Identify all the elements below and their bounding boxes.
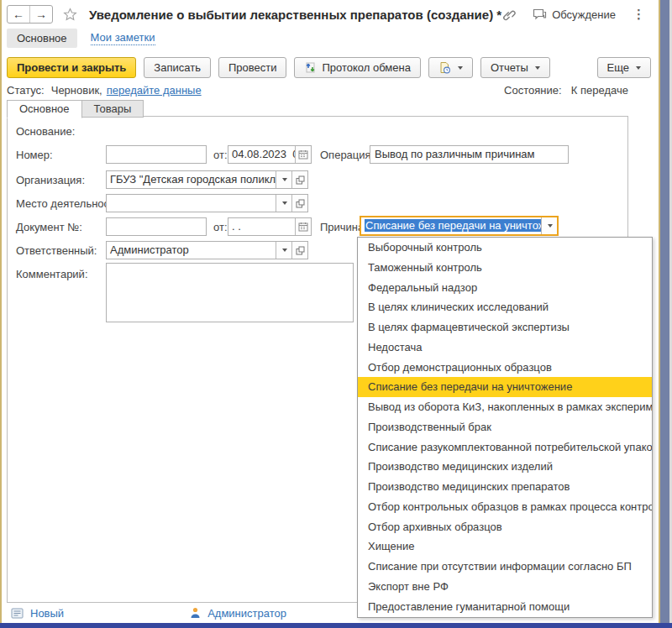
status-row: Статус: Черновик, передайте данные Состо…	[7, 84, 628, 97]
transfer-data-link[interactable]: передайте данные	[107, 84, 202, 97]
open-window-icon	[296, 246, 305, 255]
reason-field: Списание без передачи на уничтожение	[360, 216, 559, 236]
dropdown-option[interactable]: Выборочный контроль	[358, 238, 652, 258]
form-tab-goods[interactable]: Товары	[82, 100, 144, 118]
operation-input[interactable]: Вывод по различным причинам	[370, 145, 569, 164]
dropdown-option[interactable]: Списание без передачи на уничтожение	[358, 377, 652, 397]
date-from-label: от:	[213, 149, 228, 161]
dropdown-option[interactable]: В целях фармацевтической экспертизы	[358, 317, 652, 338]
save-button[interactable]: Записать	[144, 57, 211, 78]
dropdown-option[interactable]: Таможенный контроль	[358, 258, 652, 278]
status-label: Статус:	[7, 84, 45, 97]
dropdown-caret-icon	[636, 66, 641, 70]
status-value: Черновик,	[51, 84, 102, 97]
doc-calendar-button[interactable]	[295, 218, 311, 235]
dropdown-option[interactable]: Списание разукомплектованной потребитель…	[358, 437, 652, 458]
save-label: Записать	[154, 61, 201, 74]
dropdown-option[interactable]: Вывод из оборота КиЗ, накопленных в рамк…	[358, 397, 652, 417]
state-label: Состояние:	[504, 84, 561, 97]
responsible-select-button[interactable]	[276, 242, 291, 259]
user-icon	[190, 607, 201, 619]
organization-input[interactable]: ГБУЗ "Детская городская поликлиника "	[107, 171, 276, 188]
dropdown-option[interactable]: Экспорт вне РФ	[358, 577, 652, 597]
exchange-protocol-button[interactable]: Протокол обмена	[294, 57, 421, 78]
place-open-button[interactable]	[291, 195, 307, 212]
number-label: Номер:	[16, 149, 53, 161]
reason-input[interactable]: Списание без передачи на уничтожение	[361, 217, 541, 234]
history-nav: ← →	[7, 5, 53, 24]
document-number-input[interactable]	[106, 217, 207, 236]
exchange-arrows-icon	[304, 61, 317, 74]
navtab-my-notes[interactable]: Мои заметки	[91, 31, 155, 45]
schedule-doc-button[interactable]	[428, 57, 473, 78]
exchange-protocol-label: Протокол обмена	[322, 61, 411, 74]
place-field	[106, 194, 308, 212]
responsible-open-button[interactable]	[291, 242, 307, 259]
reason-dropdown-list: Выборочный контрольТаможенный контрольФе…	[357, 237, 653, 618]
responsible-label: Ответственный:	[16, 244, 97, 257]
document-number-label: Документ №:	[16, 221, 82, 233]
dropdown-caret-icon	[282, 178, 287, 181]
comment-textarea[interactable]	[106, 263, 354, 322]
state-value: К передаче	[571, 84, 628, 97]
dropdown-option[interactable]: Производство медицинских изделий	[358, 457, 652, 477]
dropdown-caret-icon	[282, 201, 287, 205]
dropdown-option[interactable]: Предоставление гуманитарной помощи	[358, 597, 652, 617]
dropdown-option[interactable]: Производственный брак	[358, 417, 652, 437]
link-icon[interactable]	[501, 8, 516, 22]
dropdown-caret-icon	[548, 224, 553, 228]
footer-user-link[interactable]: Администратор	[190, 607, 286, 620]
navigation-tabs: Основное Мои заметки	[7, 28, 155, 48]
dropdown-caret-icon	[282, 249, 287, 252]
reports-button[interactable]: Отчеты	[480, 57, 550, 78]
post-and-close-label: Провести и закрыть	[17, 61, 126, 74]
post-label: Провести	[228, 61, 277, 74]
doc-date-input[interactable]: . .	[228, 218, 295, 235]
organization-select-button[interactable]	[276, 171, 291, 188]
back-button[interactable]: ←	[8, 6, 29, 23]
dropdown-option[interactable]: Отбор контрольных образцов в рамках проц…	[358, 497, 652, 517]
post-button[interactable]: Провести	[218, 57, 287, 78]
post-and-close-button[interactable]: Провести и закрыть	[7, 57, 136, 78]
favorite-star-icon[interactable]	[63, 8, 77, 22]
dropdown-option[interactable]: Хищение	[358, 536, 652, 557]
dropdown-option[interactable]: Производство медицинских препаратов	[358, 477, 652, 497]
dropdown-option[interactable]: Отбор демонстрационных образцов	[358, 358, 652, 378]
discussion-label: Обсуждение	[552, 8, 616, 21]
more-label: Еще	[607, 61, 629, 74]
responsible-input[interactable]: Администратор	[107, 242, 276, 259]
window-edge-right-bar[interactable]	[660, 0, 669, 623]
comment-label: Комментарий:	[16, 268, 88, 280]
organization-open-button[interactable]	[291, 171, 307, 188]
dropdown-option[interactable]: В целях клинических исследований	[358, 297, 652, 317]
dropdown-option[interactable]: Отбор архивных образцов	[358, 517, 652, 537]
navtab-main[interactable]: Основное	[7, 29, 77, 48]
footer-new-link[interactable]: Новый	[11, 607, 64, 620]
dropdown-caret-icon	[535, 66, 540, 70]
doc-date-field: . .	[228, 217, 312, 236]
responsible-field: Администратор	[106, 241, 308, 259]
place-input[interactable]	[107, 195, 276, 212]
new-document-icon	[11, 608, 24, 619]
open-window-icon	[296, 199, 305, 208]
selected-text: Списание без передачи на уничтожение	[365, 219, 541, 232]
number-input[interactable]	[106, 145, 207, 164]
doc-date-from-label: от:	[213, 221, 228, 233]
footer-user-label: Администратор	[207, 607, 286, 620]
form-tabs: Основное Товары	[7, 100, 144, 118]
dropdown-option[interactable]: Недостача	[358, 338, 652, 358]
forward-button[interactable]: →	[29, 6, 52, 23]
dropdown-option[interactable]: Списание при отсутствии информации согла…	[358, 557, 652, 577]
calendar-icon	[298, 149, 308, 160]
place-select-button[interactable]	[276, 195, 291, 212]
more-button[interactable]: Еще	[597, 57, 651, 78]
reason-select-button[interactable]	[541, 217, 557, 234]
date-input[interactable]: 04.08.2023 0:00:00	[228, 146, 295, 163]
document-clock-icon	[438, 61, 451, 74]
calendar-button[interactable]	[295, 146, 311, 163]
footer-new-label: Новый	[30, 607, 64, 620]
menu-dots-icon[interactable]: ⋮	[633, 7, 645, 22]
dropdown-option[interactable]: Федеральный надзор	[358, 278, 652, 298]
discussion-button[interactable]: Обсуждение	[533, 8, 616, 21]
form-tab-main[interactable]: Основное	[7, 100, 82, 118]
